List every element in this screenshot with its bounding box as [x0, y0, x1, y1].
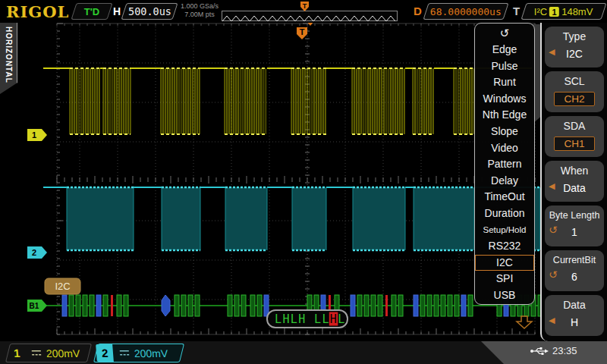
- menu-item-delay[interactable]: Delay: [475, 173, 534, 190]
- softkey-value: ↺1: [545, 226, 604, 238]
- svg-text:L: L: [291, 312, 297, 326]
- memory-depth: 7.00M pts: [177, 11, 222, 19]
- softkey-value-text: I2C: [566, 48, 583, 60]
- channel-1-scale: 200mV: [46, 347, 81, 359]
- clock-area: 23:35: [530, 345, 577, 356]
- softkey-value-text: CH1: [554, 136, 594, 151]
- svg-text:L: L: [275, 312, 281, 326]
- horizontal-menu-tab[interactable]: HORIZONTAL: [0, 23, 17, 94]
- menu-item-windows[interactable]: Windows: [475, 91, 534, 108]
- menu-item-nth-edge[interactable]: Nth Edge: [475, 107, 534, 124]
- usb-icon: [530, 347, 549, 356]
- softkey-value: CH1: [545, 137, 604, 151]
- oscilloscope-screen: LHLH LLHLI2C12B1T RIGOL T'D H 500.0us 1.…: [0, 0, 607, 364]
- softkey-type[interactable]: Type◀I2C: [545, 27, 604, 67]
- svg-text:L: L: [322, 312, 329, 326]
- softkey-label: Data: [545, 295, 604, 311]
- sample-rate: 1.000 GSa/s: [177, 2, 222, 11]
- timebase-readout: 500.0us: [121, 3, 178, 20]
- trigger-source-badge: 1: [550, 7, 560, 17]
- svg-text:T: T: [300, 27, 305, 36]
- menu-item-duration[interactable]: Duration: [475, 206, 534, 222]
- menu-item-slope[interactable]: Slope: [475, 124, 534, 140]
- trigger-level-text: 148mV: [562, 6, 593, 17]
- trigger-type-list: EdgePulseRuntWindowsNth EdgeSlopeVideoPa…: [475, 42, 534, 304]
- softkey-label: When: [545, 161, 604, 177]
- bus-label: I2C: [45, 278, 80, 294]
- menu-item-edge[interactable]: Edge: [475, 42, 534, 58]
- svg-text:T: T: [303, 2, 307, 10]
- softkey-value-text: 6: [571, 271, 577, 283]
- cycle-back-icon[interactable]: ↺: [475, 25, 534, 42]
- waveform-preview-strip[interactable]: [222, 11, 398, 21]
- delay-label: D: [414, 5, 422, 17]
- dc-coupling-icon: [119, 350, 131, 356]
- svg-text:I2C: I2C: [55, 281, 70, 292]
- softkey-byte-length[interactable]: Byte Length↺1: [545, 206, 604, 246]
- rigol-logo: RIGOL: [6, 2, 69, 21]
- channel-1-marker[interactable]: 1: [27, 129, 47, 141]
- trigger-position-marker[interactable]: T: [297, 21, 314, 39]
- softkey-value-text: CH2: [554, 92, 594, 106]
- softkey-label: Byte Length: [545, 206, 604, 221]
- preview-zigzag: [222, 14, 395, 22]
- left-arrow-icon: ◀: [549, 181, 555, 191]
- menu-item-setup-hold[interactable]: Setup/Hold: [475, 222, 534, 239]
- clock-time: 23:35: [552, 345, 577, 356]
- softkey-value-text: H: [571, 316, 578, 328]
- menu-item-video[interactable]: Video: [475, 140, 534, 157]
- trigger-type-menu: ↺ EdgePulseRuntWindowsNth EdgeSlopeVideo…: [474, 23, 535, 305]
- cycle-icon: ↺: [549, 268, 558, 281]
- menu-item-timeout[interactable]: TimeOut: [475, 189, 534, 206]
- menu-item-pattern[interactable]: Pattern: [475, 156, 534, 173]
- menu-item-rs232[interactable]: RS232: [475, 238, 534, 255]
- menu-item-runt[interactable]: Runt: [475, 74, 534, 91]
- softkey-sda[interactable]: SDACH1: [545, 116, 604, 157]
- softkey-data[interactable]: Data◀H: [545, 295, 604, 336]
- softkey-value: CH2: [545, 93, 604, 106]
- svg-text:H: H: [298, 312, 305, 326]
- top-status-bar: RIGOL T'D H 500.0us 1.000 GSa/s 7.00M pt…: [0, 0, 607, 23]
- svg-text:B1: B1: [30, 302, 39, 310]
- softkey-currentbit[interactable]: CurrentBit↺6: [545, 250, 604, 291]
- menu-item-i2c[interactable]: I2C: [475, 255, 534, 271]
- softkey-panel: Type◀I2CSCLCH2SDACH1When◀DataByte Length…: [540, 23, 607, 341]
- softkey-value-text: Data: [563, 182, 586, 194]
- channel-2-number: 2: [96, 344, 114, 362]
- svg-text:L: L: [314, 312, 321, 326]
- softkey-label: SCL: [545, 71, 604, 87]
- left-arrow-icon: ◀: [549, 47, 555, 57]
- softkey-label: CurrentBit: [545, 250, 604, 265]
- acquisition-info: 1.000 GSa/s 7.00M pts: [177, 2, 222, 19]
- horizontal-indicator: H: [113, 5, 121, 17]
- channel-2-marker[interactable]: 2: [27, 246, 47, 259]
- softkey-when[interactable]: When◀Data: [545, 161, 604, 202]
- decode-data-bubble: LHLH LLHL: [267, 310, 348, 328]
- waveform-display: LHLH LLHLI2C12B1T: [0, 0, 540, 364]
- softkey-value-text: 1: [571, 226, 577, 238]
- softkey-label: SDA: [545, 116, 604, 132]
- trigger-type-text: I²C: [534, 6, 547, 17]
- horizontal-tab-label: HORIZONTAL: [5, 27, 13, 94]
- left-arrow-icon: ◀: [549, 315, 555, 325]
- menu-item-spi[interactable]: SPI: [475, 271, 534, 287]
- dc-coupling-icon: [31, 350, 42, 356]
- svg-text:1: 1: [32, 130, 36, 140]
- menu-item-pulse[interactable]: Pulse: [475, 58, 534, 75]
- softkey-scl[interactable]: SCLCH2: [545, 71, 604, 112]
- channel-2-badge[interactable]: 2 200mV: [93, 344, 184, 362]
- bottom-status-bar: 1 200mV 2 200mV: [0, 341, 607, 364]
- channel-1-number: 1: [8, 347, 26, 359]
- menu-item-usb[interactable]: USB: [475, 287, 534, 304]
- softkey-value: ↺6: [545, 271, 604, 283]
- svg-text:H: H: [330, 312, 337, 326]
- trigger-position-marker-top[interactable]: T: [300, 2, 309, 11]
- delay-readout: 68.0000000us: [423, 3, 508, 20]
- bus-b1-marker[interactable]: B1: [27, 300, 47, 312]
- menu-more-arrow-icon[interactable]: [517, 316, 532, 328]
- softkey-value: ◀I2C: [545, 48, 604, 60]
- ch1-waveform: [43, 68, 540, 134]
- trigger-status-badge: T'D: [71, 3, 112, 20]
- channel-1-badge[interactable]: 1 200mV: [5, 344, 92, 362]
- softkey-value: ◀Data: [545, 182, 604, 194]
